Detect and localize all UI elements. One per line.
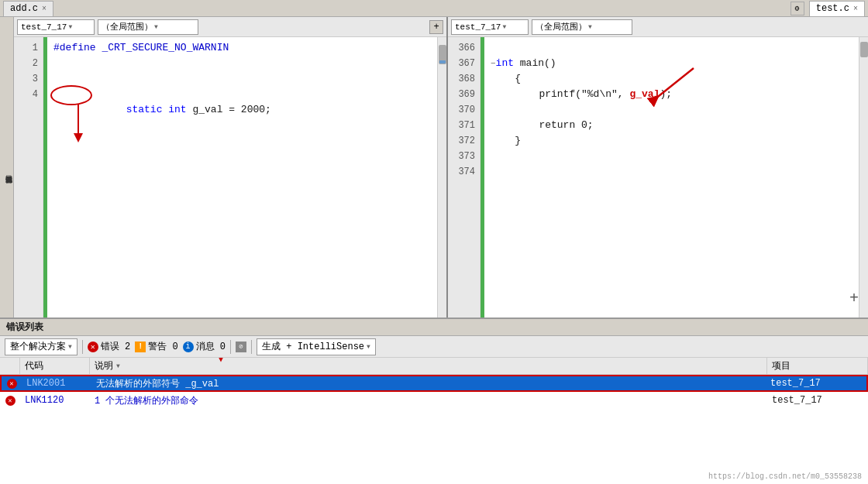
left-expand-btn[interactable]: +	[429, 20, 443, 34]
code-line-367: −int main()	[491, 56, 852, 71]
error-filter-btn[interactable]: ✕ 错误 2	[88, 340, 130, 353]
bottom-toolbar: 整个解决方案 ▼ ✕ 错误 2 ! 警告 0 i 消息 0 ⊘ 生成 + Int…	[0, 336, 868, 358]
right-code-area[interactable]: 366 367 368 369 370 371 372 373 374 −int…	[448, 37, 868, 318]
top-tabs-row: add.c × ⚙ test.c ×	[0, 0, 868, 17]
info-filter-btn[interactable]: i 消息 0	[183, 340, 226, 353]
left-line-numbers: 1 2 3 4	[14, 37, 43, 318]
right-scrollbar[interactable]	[859, 37, 868, 318]
error-icon: ✕	[88, 342, 98, 352]
tab-test-c-close[interactable]: ×	[853, 5, 858, 13]
solution-dropdown[interactable]: 整个解决方案 ▼	[5, 338, 78, 355]
left-scrollbar[interactable]	[437, 37, 446, 318]
code-line-369: printf("%d\n", g_val);	[491, 87, 852, 102]
error-table: 代码 说明 ▼ 项目 ✕ LNK2001 无法解析的外部符号 _g_val te…	[0, 358, 868, 484]
tab-add-c-close[interactable]: ×	[42, 5, 46, 13]
col-header-desc[interactable]: 说明 ▼	[90, 358, 767, 374]
info-icon: i	[183, 342, 194, 352]
bottom-panel: 错误列表 整个解决方案 ▼ ✕ 错误 2 ! 警告 0 i 消息 0 ⊘ 生成 …	[0, 318, 868, 484]
code-line-368: {	[491, 71, 852, 87]
tab-test-c-label: test.c	[816, 3, 849, 14]
right-code-content[interactable]: −int main() { printf("%d\n", g_val); ret…	[484, 37, 859, 318]
line-number: 4	[14, 87, 43, 102]
error-row-2[interactable]: ✕ LNK1120 1 个无法解析的外部命令 test_7_17	[0, 392, 868, 409]
right-scope-dropdown1[interactable]: test_7_17 ▼	[451, 19, 529, 35]
row1-desc-cell: 无法解析的外部符号 _g_val	[91, 376, 766, 390]
error-table-header: 代码 说明 ▼ 项目	[0, 358, 868, 375]
line-num-371: 371	[448, 118, 480, 133]
toolbar-divider-1	[82, 340, 83, 354]
sort-arrow: ▼	[116, 362, 120, 369]
line-num-372: 372	[448, 133, 480, 149]
line-number: 1	[14, 40, 43, 56]
code-line-370	[491, 102, 852, 118]
warning-filter-btn[interactable]: ! 警告 0	[135, 340, 177, 353]
toolbar-divider-3	[251, 340, 252, 354]
code-line-1: #define _CRT_SECURE_NO_WARNIN	[53, 40, 431, 56]
row2-icon-cell: ✕	[0, 392, 20, 409]
build-dropdown[interactable]: 生成 + IntelliSense ▼	[257, 338, 376, 355]
left-code-area[interactable]: 1 2 3 4 #define _CRT_SECURE_NO_WARNIN st…	[14, 37, 446, 318]
code-line-3	[53, 71, 431, 87]
right-scope-dropdown2[interactable]: （全局范围） ▼	[532, 19, 632, 35]
line-num-374: 374	[448, 164, 480, 180]
tab-add-c-label: add.c	[10, 3, 38, 14]
toolbar-divider-2	[230, 340, 231, 354]
code-line-4: static int g_val = 2000;	[53, 87, 431, 102]
left-toolbar: test_7_17 ▼ （全局范围） ▼ +	[14, 17, 446, 37]
kw-static: static	[126, 104, 163, 115]
code-line-373	[491, 149, 852, 164]
row1-code-cell: LNK2001	[22, 376, 91, 390]
line-number: 2	[14, 56, 43, 71]
code-line-2	[53, 56, 431, 71]
code-line-374	[491, 164, 852, 180]
right-editor-panel: test_7_17 ▼ （全局范围） ▼ 366 367 368 369 370…	[448, 17, 868, 318]
tab-add-c[interactable]: add.c ×	[3, 1, 53, 16]
left-scrollbar-indicator	[439, 60, 446, 64]
line-num-373: 373	[448, 149, 480, 164]
row2-desc-cell: 1 个无法解析的外部命令	[90, 392, 767, 409]
error-icon-row2: ✕	[5, 396, 16, 406]
line-num-367: 367	[448, 56, 480, 71]
row2-code-cell: LNK1120	[20, 392, 90, 409]
col-header-spacer	[0, 358, 20, 374]
right-line-numbers: 366 367 368 369 370 371 372 373 374	[448, 37, 480, 318]
error-icon-row1: ✕	[7, 379, 17, 389]
line-number: 3	[14, 71, 43, 87]
code-line-366	[491, 40, 852, 56]
warning-icon: !	[135, 342, 146, 352]
row2-project-cell: test_7_17	[767, 392, 868, 409]
kw-int: int	[168, 104, 186, 115]
bottom-panel-title: 错误列表	[0, 319, 868, 336]
row1-project-cell: test_7_17	[766, 376, 866, 390]
row1-icon-cell: ✕	[2, 376, 22, 390]
filter-icon-btn[interactable]: ⊘	[236, 342, 246, 352]
line-num-368: 368	[448, 71, 480, 87]
watermark: https://blog.csdn.net/m0_53558238	[708, 472, 862, 481]
static-circle-annotation	[50, 85, 92, 105]
error-row-1[interactable]: ✕ LNK2001 无法解析的外部符号 _g_val test_7_17	[0, 375, 868, 392]
line-num-370: 370	[448, 102, 480, 118]
code-line-371: return 0;	[491, 118, 852, 133]
left-sidebar: 源管理代码器窗属口	[0, 17, 14, 318]
line-num-369: 369	[448, 87, 480, 102]
col-header-code[interactable]: 代码	[20, 358, 90, 374]
left-scope-dropdown1[interactable]: test_7_17 ▼	[17, 19, 95, 35]
tab-test-c[interactable]: test.c ×	[809, 1, 865, 16]
right-scrollbar-thumb[interactable]	[860, 42, 868, 57]
col-header-project[interactable]: 项目	[767, 358, 868, 374]
line-num-366: 366	[448, 40, 480, 56]
plus-button[interactable]: +	[849, 290, 859, 307]
left-scope-dropdown2[interactable]: （全局范围） ▼	[98, 19, 198, 35]
code-line-372: }	[491, 133, 852, 149]
tab-settings-btn[interactable]: ⚙	[790, 2, 804, 15]
left-editor-panel: test_7_17 ▼ （全局范围） ▼ + 1 2 3 4	[14, 17, 448, 318]
left-code-content[interactable]: #define _CRT_SECURE_NO_WARNIN static int…	[47, 37, 437, 318]
right-toolbar: test_7_17 ▼ （全局范围） ▼	[448, 17, 868, 37]
